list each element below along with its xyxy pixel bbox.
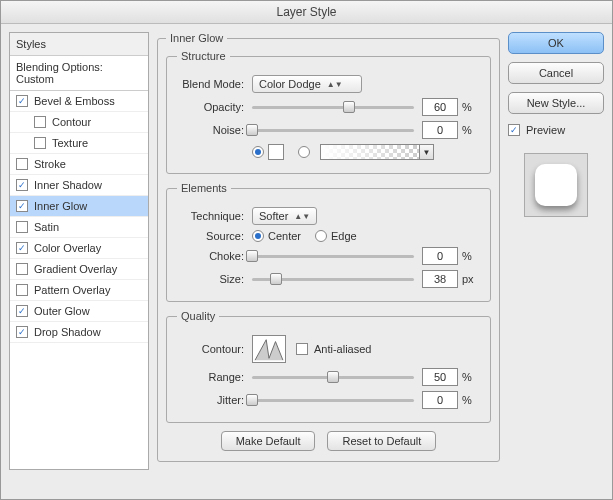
reset-default-button[interactable]: Reset to Default xyxy=(327,431,436,451)
cancel-button[interactable]: Cancel xyxy=(508,62,604,84)
sidebar-item-satin[interactable]: Satin xyxy=(10,217,148,238)
sidebar-item-label: Color Overlay xyxy=(34,242,101,254)
size-slider[interactable] xyxy=(252,271,414,287)
opacity-input[interactable] xyxy=(422,98,458,116)
noise-input[interactable] xyxy=(422,121,458,139)
anti-aliased-label: Anti-aliased xyxy=(314,343,371,355)
main-panel: Inner Glow Structure Blend Mode: Color D… xyxy=(157,32,500,470)
size-input[interactable] xyxy=(422,270,458,288)
preview-checkbox[interactable] xyxy=(508,124,520,136)
size-label: Size: xyxy=(177,273,252,285)
blend-mode-value: Color Dodge xyxy=(259,78,321,90)
sidebar-item-pattern-overlay[interactable]: Pattern Overlay xyxy=(10,280,148,301)
right-column: OK Cancel New Style... Preview xyxy=(508,32,604,470)
inner-glow-group: Inner Glow Structure Blend Mode: Color D… xyxy=(157,32,500,462)
sidebar-item-drop-shadow[interactable]: Drop Shadow xyxy=(10,322,148,343)
range-label: Range: xyxy=(177,371,252,383)
contour-label: Contour: xyxy=(177,343,252,355)
sidebar-item-label: Stroke xyxy=(34,158,66,170)
preview-inner xyxy=(535,164,577,206)
sidebar-item-label: Outer Glow xyxy=(34,305,90,317)
panel-title: Inner Glow xyxy=(166,32,227,44)
checkbox-icon[interactable] xyxy=(16,305,28,317)
gradient-swatch[interactable] xyxy=(320,144,420,160)
jitter-slider[interactable] xyxy=(252,392,414,408)
checkbox-icon[interactable] xyxy=(16,95,28,107)
sidebar-header[interactable]: Styles xyxy=(10,33,148,56)
opacity-label: Opacity: xyxy=(177,101,252,113)
sidebar-item-color-overlay[interactable]: Color Overlay xyxy=(10,238,148,259)
checkbox-icon[interactable] xyxy=(34,137,46,149)
sidebar-item-gradient-overlay[interactable]: Gradient Overlay xyxy=(10,259,148,280)
color-swatch[interactable] xyxy=(268,144,284,160)
sidebar-item-label: Inner Shadow xyxy=(34,179,102,191)
gradient-radio[interactable] xyxy=(298,146,310,158)
structure-group: Structure Blend Mode: Color Dodge ▲▼ Opa… xyxy=(166,50,491,174)
blending-options[interactable]: Blending Options: Custom xyxy=(10,56,148,91)
technique-value: Softer xyxy=(259,210,288,222)
structure-legend: Structure xyxy=(177,50,230,62)
technique-dropdown[interactable]: Softer ▲▼ xyxy=(252,207,317,225)
opacity-unit: % xyxy=(462,101,480,113)
sidebar-item-inner-glow[interactable]: Inner Glow xyxy=(10,196,148,217)
anti-aliased-checkbox[interactable] xyxy=(296,343,308,355)
source-edge-radio[interactable] xyxy=(315,230,327,242)
technique-label: Technique: xyxy=(177,210,252,222)
elements-group: Elements Technique: Softer ▲▼ Source: Ce… xyxy=(166,182,491,302)
checkbox-icon[interactable] xyxy=(16,284,28,296)
sidebar-item-label: Satin xyxy=(34,221,59,233)
jitter-label: Jitter: xyxy=(177,394,252,406)
sidebar-item-bevel-emboss[interactable]: Bevel & Emboss xyxy=(10,91,148,112)
sidebar-item-label: Drop Shadow xyxy=(34,326,101,338)
ok-button[interactable]: OK xyxy=(508,32,604,54)
choke-unit: % xyxy=(462,250,480,262)
noise-slider[interactable] xyxy=(252,122,414,138)
range-unit: % xyxy=(462,371,480,383)
chevron-updown-icon: ▲▼ xyxy=(327,80,343,89)
sidebar-item-outer-glow[interactable]: Outer Glow xyxy=(10,301,148,322)
sidebar-item-contour[interactable]: Contour xyxy=(10,112,148,133)
checkbox-icon[interactable] xyxy=(16,326,28,338)
choke-input[interactable] xyxy=(422,247,458,265)
color-radio[interactable] xyxy=(252,146,264,158)
range-input[interactable] xyxy=(422,368,458,386)
sidebar-item-label: Texture xyxy=(52,137,88,149)
checkbox-icon[interactable] xyxy=(16,263,28,275)
blend-mode-label: Blend Mode: xyxy=(177,78,252,90)
checkbox-icon[interactable] xyxy=(16,179,28,191)
quality-group: Quality Contour: Anti-aliased Range: % xyxy=(166,310,491,423)
sidebar-item-label: Gradient Overlay xyxy=(34,263,117,275)
checkbox-icon[interactable] xyxy=(34,116,46,128)
choke-label: Choke: xyxy=(177,250,252,262)
contour-picker[interactable] xyxy=(252,335,286,363)
new-style-button[interactable]: New Style... xyxy=(508,92,604,114)
source-center-label: Center xyxy=(268,230,301,242)
choke-slider[interactable] xyxy=(252,248,414,264)
jitter-input[interactable] xyxy=(422,391,458,409)
checkbox-icon[interactable] xyxy=(16,200,28,212)
elements-legend: Elements xyxy=(177,182,231,194)
gradient-dropdown-icon[interactable]: ▼ xyxy=(420,144,434,160)
checkbox-icon[interactable] xyxy=(16,221,28,233)
sidebar-item-label: Pattern Overlay xyxy=(34,284,110,296)
window-title: Layer Style xyxy=(1,1,612,24)
source-label: Source: xyxy=(177,230,252,242)
preview-label: Preview xyxy=(526,124,565,136)
blend-mode-dropdown[interactable]: Color Dodge ▲▼ xyxy=(252,75,362,93)
size-unit: px xyxy=(462,273,480,285)
range-slider[interactable] xyxy=(252,369,414,385)
make-default-button[interactable]: Make Default xyxy=(221,431,316,451)
checkbox-icon[interactable] xyxy=(16,242,28,254)
sidebar-item-stroke[interactable]: Stroke xyxy=(10,154,148,175)
noise-label: Noise: xyxy=(177,124,252,136)
jitter-unit: % xyxy=(462,394,480,406)
sidebar-item-texture[interactable]: Texture xyxy=(10,133,148,154)
sidebar-item-inner-shadow[interactable]: Inner Shadow xyxy=(10,175,148,196)
preview-thumbnail xyxy=(524,153,588,217)
source-edge-label: Edge xyxy=(331,230,357,242)
source-center-radio[interactable] xyxy=(252,230,264,242)
opacity-slider[interactable] xyxy=(252,99,414,115)
checkbox-icon[interactable] xyxy=(16,158,28,170)
sidebar-item-label: Bevel & Emboss xyxy=(34,95,115,107)
sidebar-item-label: Inner Glow xyxy=(34,200,87,212)
